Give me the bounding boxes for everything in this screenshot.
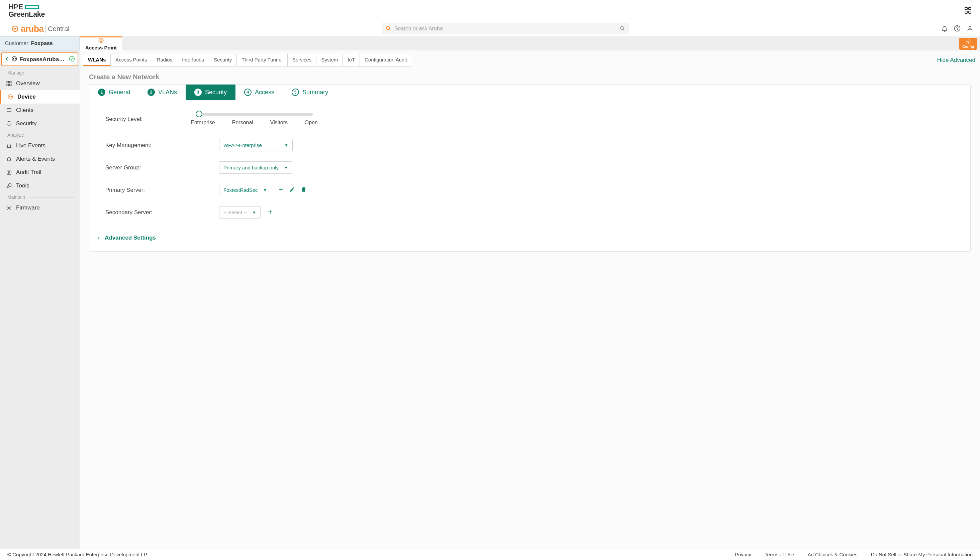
footer-adchoices[interactable]: Ad Choices & Cookies: [808, 552, 857, 557]
help-icon[interactable]: [954, 25, 961, 33]
footer-donotsell[interactable]: Do Not Sell or Share My Personal Informa…: [871, 552, 973, 557]
bell-icon: [6, 156, 12, 162]
security-level-slider[interactable]: [196, 113, 313, 116]
sidebar: FoxpassArubaAP... Manage Overview Device…: [0, 50, 80, 548]
subtab-security[interactable]: Security: [209, 54, 237, 66]
back-arrow-icon[interactable]: [5, 57, 9, 62]
laptop-icon: [6, 107, 12, 113]
chevron-down-icon: ▼: [284, 143, 288, 148]
sidebar-item-label: Firmware: [16, 205, 40, 211]
page-title: Create a New Network: [80, 67, 980, 84]
copyright: © Copyright 2024 Hewlett Packard Enterpr…: [7, 552, 147, 557]
search-input[interactable]: [392, 25, 620, 32]
dropdown-value: -- Select --: [223, 210, 247, 215]
sidebar-item-label: Live Events: [16, 142, 45, 149]
subtab-config-audit[interactable]: Configuration Audit: [360, 54, 412, 66]
sidebar-item-overview[interactable]: Overview: [0, 77, 80, 90]
dropdown-value: Primary and backup only: [223, 165, 279, 170]
grid-icon: [6, 80, 12, 87]
svg-point-15: [102, 40, 102, 40]
hide-advanced-link[interactable]: Hide Advanced: [937, 57, 975, 63]
svg-rect-23: [7, 84, 8, 86]
svg-point-12: [969, 26, 971, 28]
search-end-icon[interactable]: [620, 26, 625, 32]
sec-level-personal: Personal: [232, 120, 253, 126]
sidebar-group-analyze: Analyze: [0, 130, 80, 139]
delete-server-icon[interactable]: [301, 187, 307, 193]
sidebar-item-tools[interactable]: Tools: [0, 179, 80, 192]
chevron-down-icon: ▼: [263, 188, 267, 192]
tab-access-point[interactable]: Access Point: [80, 37, 122, 50]
svg-rect-2: [965, 11, 967, 13]
sidebar-item-clients[interactable]: Clients: [0, 103, 80, 117]
primary-server-dropdown[interactable]: FoxtestRadSec ▼: [219, 184, 271, 196]
device-name: FoxpassArubaAP...: [19, 56, 67, 63]
svg-point-11: [957, 29, 958, 30]
svg-rect-28: [7, 108, 11, 111]
sidebar-item-audit[interactable]: Audit Trail: [0, 166, 80, 179]
subtab-system[interactable]: System: [316, 54, 343, 66]
svg-point-17: [12, 57, 17, 61]
bell-icon: [6, 143, 12, 149]
step-label: VLANs: [158, 89, 177, 96]
search-input-wrapper[interactable]: [381, 23, 629, 34]
sidebar-item-live-events[interactable]: Live Events: [0, 139, 80, 152]
add-server-icon[interactable]: [278, 187, 284, 193]
step-vlans[interactable]: 2VLANs: [139, 85, 186, 100]
subtab-services[interactable]: Services: [288, 54, 317, 66]
subtab-wlans[interactable]: WLANs: [83, 54, 111, 66]
customer-name: Foxpass: [31, 40, 53, 47]
config-button[interactable]: Config: [959, 38, 977, 50]
gear-icon: [6, 205, 12, 211]
device-selector[interactable]: FoxpassArubaAP...: [1, 52, 78, 66]
step-label: Summary: [303, 89, 328, 96]
advanced-settings-toggle[interactable]: Advanced Settings: [89, 235, 970, 241]
sidebar-item-alerts[interactable]: Alerts & Events: [0, 152, 80, 166]
step-summary[interactable]: 5Summary: [283, 85, 337, 100]
svg-point-18: [13, 58, 14, 58]
svg-point-7: [387, 27, 389, 29]
sidebar-item-label: Tools: [16, 182, 29, 189]
apps-grid-icon[interactable]: [964, 7, 972, 15]
gear-icon: [966, 39, 971, 45]
slider-thumb[interactable]: [196, 111, 202, 117]
access-point-icon: [98, 37, 104, 45]
key-management-label: Key Management:: [105, 142, 219, 149]
server-group-label: Server Group:: [105, 164, 219, 171]
step-label: Security: [205, 89, 227, 96]
user-icon[interactable]: [967, 25, 973, 33]
secondary-server-dropdown[interactable]: -- Select -- ▼: [219, 206, 261, 218]
sidebar-item-label: Alerts & Events: [16, 156, 55, 162]
logo-hpe-text: HPE: [8, 3, 23, 11]
sidebar-item-firmware[interactable]: Firmware: [0, 201, 80, 215]
chevron-down-icon: ▼: [284, 165, 288, 170]
add-server-icon[interactable]: [267, 209, 273, 216]
wrench-icon: [6, 183, 12, 189]
step-general[interactable]: 1General: [89, 85, 139, 100]
security-level-label: Security Level:: [105, 116, 196, 123]
step-security[interactable]: 3Security: [186, 85, 236, 100]
step-access[interactable]: 4Access: [236, 85, 283, 100]
svg-point-14: [100, 40, 100, 40]
server-group-dropdown[interactable]: Primary and backup only ▼: [219, 162, 292, 174]
subtab-radios[interactable]: Radios: [152, 54, 177, 66]
sidebar-item-label: Device: [17, 93, 36, 100]
edit-server-icon[interactable]: [289, 187, 295, 193]
svg-rect-22: [10, 81, 12, 83]
subtab-interfaces[interactable]: Interfaces: [177, 54, 209, 66]
subtab-access-points[interactable]: Access Points: [111, 54, 152, 66]
sidebar-group-manage: Manage: [0, 68, 80, 77]
key-management-dropdown[interactable]: WPA2-Enterprise ▼: [219, 139, 293, 152]
subtab-iot[interactable]: IoT: [343, 54, 360, 66]
footer: © Copyright 2024 Hewlett Packard Enterpr…: [0, 548, 980, 560]
sidebar-item-security[interactable]: Security: [0, 117, 80, 130]
sidebar-group-maintain: Maintain: [0, 192, 80, 201]
sidebar-item-device[interactable]: Device: [0, 90, 80, 103]
footer-terms[interactable]: Terms of Use: [764, 552, 794, 557]
subtab-third-party-tunnel[interactable]: Third Party Tunnel: [237, 54, 288, 66]
footer-privacy[interactable]: Privacy: [735, 552, 751, 557]
svg-point-30: [8, 207, 10, 209]
bell-icon[interactable]: [941, 25, 948, 33]
svg-rect-0: [965, 7, 967, 10]
device-face-icon: [12, 56, 17, 63]
